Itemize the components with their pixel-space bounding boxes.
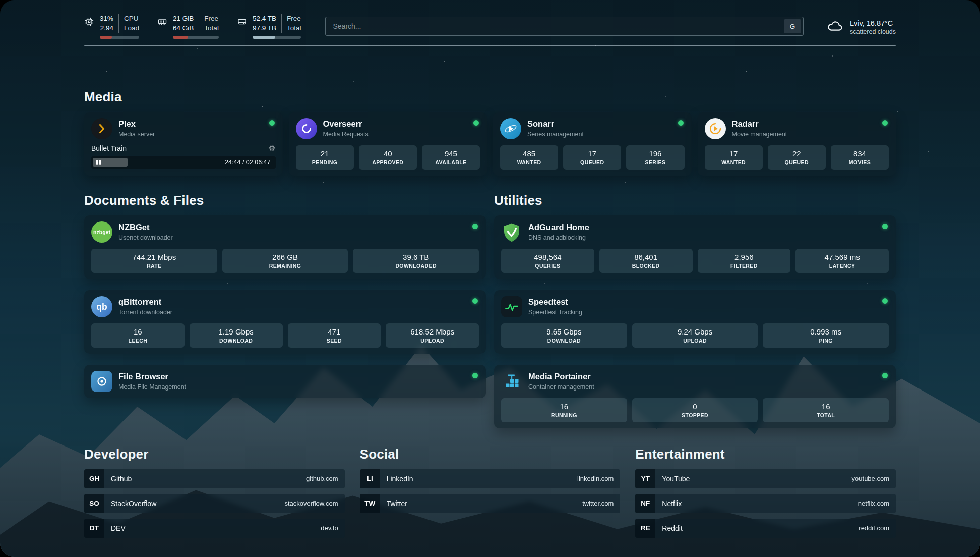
app-desc: Torrent downloader (118, 309, 172, 316)
section-title-social: Social (360, 447, 621, 462)
memory-free-label: Free (204, 14, 219, 24)
app-desc: Media Requests (323, 131, 369, 138)
cpu-load: 2.94 (100, 24, 113, 33)
status-dot (473, 120, 479, 126)
app-card-speedtest[interactable]: Speedtest Speedtest Tracking 9.65 Gbps D… (494, 290, 896, 354)
section-media: Media Plex Media server (84, 89, 896, 176)
app-card-radarr[interactable]: Radarr Movie management 17 WANTED 22 QUE… (698, 112, 896, 176)
nzbget-icon: nzbget (91, 221, 112, 243)
cpu-percent: 31% (100, 14, 113, 24)
cpu-chip-icon (84, 17, 94, 27)
status-dot (678, 120, 684, 126)
background-stars (0, 0, 1, 1)
bookmark-netflix[interactable]: NF Netflix netflix.com (635, 494, 896, 513)
radarr-icon (705, 118, 726, 139)
bookmark-dev[interactable]: DT DEV dev.to (84, 519, 345, 538)
top-bar: 31% 2.94 CPU Load (84, 14, 896, 39)
memory-total: 64 GiB (173, 24, 194, 33)
app-desc: Speedtest Tracking (528, 309, 582, 316)
svg-text:qb: qb (96, 302, 107, 312)
storage-free: 52.4 TB (253, 14, 276, 24)
gear-icon[interactable]: ⚙ (269, 144, 275, 152)
status-dot (882, 224, 888, 229)
stat-series: 196 SERIES (626, 145, 684, 170)
storage-total: 97.9 TB (253, 24, 276, 33)
qbittorrent-icon: qb (91, 296, 112, 317)
disk-icon (237, 17, 247, 27)
app-card-nzbget[interactable]: nzbget NZBGet Usenet downloader 744.21 M… (84, 215, 486, 279)
weather-condition: scattered clouds (850, 28, 896, 35)
bookmark-stackoverflow[interactable]: SO StackOverflow stackoverflow.com (84, 494, 345, 513)
app-card-portainer[interactable]: Media Portainer Container management 16 … (494, 365, 896, 428)
storage-total-label: Total (287, 24, 301, 33)
stackoverflow-icon: SO (84, 494, 104, 513)
app-desc: Series management (527, 131, 584, 138)
app-card-overseerr[interactable]: Overseerr Media Requests 21 PENDING 40 A… (289, 112, 487, 176)
dev-icon: DT (84, 519, 104, 538)
app-name: AdGuard Home (528, 222, 589, 233)
header-divider (84, 45, 896, 46)
stat-filtered: 2,956 FILTERED (698, 249, 791, 273)
section-title-developer: Developer (84, 447, 345, 462)
adguard-icon (501, 221, 522, 243)
stat-latency: 47.569 ms LATENCY (795, 249, 889, 273)
app-name: Plex (118, 119, 155, 129)
section-title-documents: Documents & Files (84, 193, 486, 208)
app-name: NZBGet (118, 222, 173, 233)
status-dot (882, 298, 888, 304)
app-card-plex[interactable]: Plex Media server Bullet Train ⚙ 24:44 /… (84, 112, 283, 176)
stat-queries: 498,564 QUERIES (501, 249, 594, 273)
cpu-load-label: Load (124, 24, 139, 33)
playback-progress-bar[interactable]: 24:44 / 02:06:47 (91, 156, 276, 169)
stat-wanted: 17 WANTED (705, 145, 763, 170)
svg-text:nzbget: nzbget (93, 229, 110, 235)
app-name: Overseerr (323, 119, 369, 129)
search-input[interactable] (325, 17, 804, 36)
stat-seed: 471 SEED (288, 323, 381, 348)
stat-remaining: 266 GB REMAINING (222, 249, 348, 273)
bookmark-linkedin[interactable]: LI LinkedIn linkedin.com (360, 469, 621, 488)
app-desc: Movie management (732, 131, 787, 138)
storage-widget: 52.4 TB 97.9 TB Free Total (237, 14, 301, 39)
stat-total: 16 TOTAL (763, 398, 889, 422)
filebrowser-icon (91, 371, 112, 392)
search-bar: G (325, 17, 804, 36)
section-entertainment: Entertainment YT YouTube youtube.com NF … (635, 447, 896, 538)
stat-queued: 22 QUEUED (768, 145, 826, 170)
dashboard-screen: 31% 2.94 CPU Load (0, 0, 980, 557)
plex-icon (91, 118, 112, 139)
app-card-qbittorrent[interactable]: qb qBittorrent Torrent downloader 16 LEE… (84, 290, 486, 354)
overseerr-icon (296, 118, 317, 139)
app-name: Radarr (732, 119, 787, 129)
memory-free: 21 GiB (173, 14, 194, 24)
app-name: Speedtest (528, 297, 582, 307)
youtube-icon: YT (635, 469, 655, 488)
app-desc: Media File Management (118, 383, 186, 391)
stat-pending: 21 PENDING (296, 145, 354, 170)
bookmark-reddit[interactable]: RE Reddit reddit.com (635, 519, 896, 538)
app-card-adguard[interactable]: AdGuard Home DNS and adblocking 498,564 … (494, 215, 896, 279)
app-name: File Browser (118, 372, 186, 382)
app-desc: Container management (528, 383, 594, 391)
playback-time: 24:44 / 02:06:47 (225, 159, 270, 166)
app-name: qBittorrent (118, 297, 172, 307)
stat-blocked: 86,401 BLOCKED (599, 249, 693, 273)
stat-available: 945 AVAILABLE (422, 145, 480, 170)
cpu-usage-bar (100, 36, 139, 39)
app-card-sonarr[interactable]: Sonarr Series management 485 WANTED 17 Q… (493, 112, 692, 176)
section-developer: Developer GH Github github.com SO StackO… (84, 447, 345, 538)
search-engine-button[interactable]: G (784, 19, 801, 33)
section-title-utilities: Utilities (494, 193, 896, 208)
bookmark-youtube[interactable]: YT YouTube youtube.com (635, 469, 896, 488)
cpu-label: CPU (124, 14, 139, 24)
github-icon: GH (84, 469, 104, 488)
bookmark-twitter[interactable]: TW Twitter twitter.com (360, 494, 621, 513)
stat-downloaded: 39.6 TB DOWNLOADED (353, 249, 479, 273)
pause-icon[interactable] (96, 160, 101, 165)
app-card-filebrowser[interactable]: File Browser Media File Management (84, 365, 486, 398)
bookmark-github[interactable]: GH Github github.com (84, 469, 345, 488)
stat-upload: 9.24 Gbps UPLOAD (632, 323, 758, 348)
status-dot (269, 120, 275, 126)
app-desc: DNS and adblocking (528, 234, 589, 241)
stat-download: 9.65 Gbps DOWNLOAD (501, 323, 627, 348)
